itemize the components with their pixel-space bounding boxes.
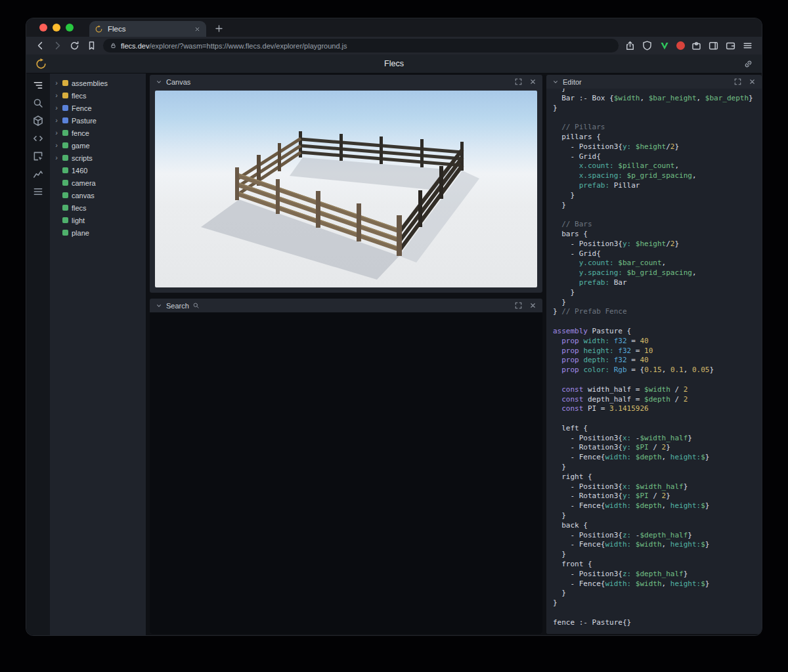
tree-item-label: 1460 bbox=[72, 167, 87, 175]
editor-close-icon[interactable] bbox=[748, 77, 756, 86]
tree-item-4-fence[interactable]: ›fence bbox=[50, 127, 146, 139]
code-line: prop width: f32 = 40 bbox=[553, 337, 755, 346]
wallet-button[interactable] bbox=[725, 40, 736, 51]
code-line: } bbox=[553, 550, 755, 560]
inspector-icon[interactable] bbox=[32, 150, 44, 162]
code-line: back { bbox=[553, 521, 755, 531]
tree-item-3-Pasture[interactable]: ›Pasture bbox=[50, 114, 146, 127]
tree-item-label: flecs bbox=[72, 92, 87, 100]
code-line: } bbox=[553, 298, 755, 308]
tree-item-2-Fence[interactable]: ›Fence bbox=[50, 102, 146, 114]
tree-item-0-assemblies[interactable]: ›assemblies bbox=[50, 77, 146, 89]
code-line: - Position3{z: $depth_half} bbox=[553, 570, 755, 579]
tree-item-label: fence bbox=[72, 129, 89, 137]
tree-expand-icon[interactable]: › bbox=[54, 104, 59, 112]
tree-item-label: canvas bbox=[72, 192, 95, 200]
tree-item-11-light[interactable]: light bbox=[50, 214, 146, 226]
code-line: } bbox=[553, 201, 755, 211]
code-line: - Position3{x: $width_half} bbox=[553, 482, 755, 492]
menu-button[interactable] bbox=[742, 40, 753, 51]
code-line: } bbox=[553, 598, 755, 608]
entity-kind-swatch bbox=[62, 180, 68, 186]
code-line: y.spacing: $b_grid_spacing, bbox=[553, 268, 755, 278]
tree-item-12-plane[interactable]: plane bbox=[50, 226, 146, 239]
search-collapse-icon[interactable] bbox=[155, 302, 163, 310]
tree-expand-icon[interactable]: › bbox=[54, 92, 59, 99]
code-line bbox=[553, 608, 755, 618]
code-editor[interactable]: } Bar :- Box {$width, $bar_height, $bar_… bbox=[546, 89, 762, 628]
tree-expand-icon[interactable]: › bbox=[54, 117, 59, 124]
new-tab-button[interactable] bbox=[214, 24, 224, 33]
tree-expand-icon[interactable]: › bbox=[54, 79, 59, 87]
tab-title: Flecs bbox=[108, 25, 189, 33]
entity-kind-swatch bbox=[62, 155, 68, 161]
entity-kind-swatch bbox=[62, 192, 68, 198]
tree-item-10-flecs[interactable]: flecs bbox=[50, 201, 146, 214]
url-text: flecs.dev/explorer/?wasm=https://www.fle… bbox=[121, 42, 347, 50]
editor-panel-header: Editor bbox=[546, 75, 762, 89]
entity-tree: ›assemblies›flecs›Fence›Pasture›fence›ga… bbox=[50, 74, 146, 635]
code-line: - Position3{y: $height/2} bbox=[553, 142, 755, 152]
code-line: - Fence{width: $depth, height:$} bbox=[553, 501, 755, 511]
tree-item-8-camera[interactable]: camera bbox=[50, 177, 146, 189]
commands-icon[interactable] bbox=[32, 186, 44, 198]
code-line: prefab: Pillar bbox=[553, 181, 755, 191]
tree-expand-icon[interactable]: › bbox=[54, 129, 59, 136]
tree-item-5-game[interactable]: ›game bbox=[50, 139, 146, 152]
entity-kind-swatch bbox=[62, 167, 68, 173]
code-line: Bar :- Box {$width, $bar_height, $bar_de… bbox=[553, 94, 755, 104]
tree-view-icon[interactable] bbox=[32, 79, 44, 91]
tree-expand-icon[interactable]: › bbox=[54, 154, 59, 161]
activity-bar bbox=[26, 74, 50, 635]
editor-collapse-icon[interactable] bbox=[552, 78, 559, 86]
back-button[interactable] bbox=[35, 40, 46, 51]
canvas-close-icon[interactable] bbox=[529, 77, 537, 86]
canvas-fullscreen-icon[interactable] bbox=[514, 77, 523, 86]
tree-item-9-canvas[interactable]: canvas bbox=[50, 189, 146, 201]
minimize-window-button[interactable] bbox=[53, 24, 60, 32]
sidebar-toggle-button[interactable] bbox=[708, 40, 719, 51]
tree-item-6-scripts[interactable]: ›scripts bbox=[50, 152, 146, 164]
script-editor-icon[interactable] bbox=[32, 133, 44, 144]
entities-view-icon[interactable] bbox=[32, 115, 44, 127]
shields-button[interactable] bbox=[642, 40, 653, 51]
address-bar[interactable]: flecs.dev/explorer/?wasm=https://www.fle… bbox=[103, 39, 619, 52]
extension-v-icon[interactable] bbox=[659, 40, 670, 52]
editor-fullscreen-icon[interactable] bbox=[733, 77, 742, 86]
3d-viewport[interactable] bbox=[155, 91, 537, 287]
lock-icon[interactable] bbox=[110, 42, 117, 49]
code-line: } bbox=[553, 104, 755, 114]
canvas-collapse-icon[interactable] bbox=[155, 78, 163, 86]
search-close-icon[interactable] bbox=[529, 301, 537, 310]
url-domain: flecs.dev bbox=[121, 42, 149, 50]
code-line bbox=[553, 210, 755, 220]
editor-panel-title: Editor bbox=[563, 78, 582, 86]
search-fullscreen-icon[interactable] bbox=[514, 301, 523, 310]
statistics-icon[interactable] bbox=[32, 168, 44, 180]
code-line: } bbox=[553, 511, 755, 521]
query-search-icon[interactable] bbox=[32, 97, 44, 109]
maximize-window-button[interactable] bbox=[66, 24, 74, 32]
canvas-panel: Canvas bbox=[150, 75, 542, 293]
bookmark-icon[interactable] bbox=[86, 40, 97, 51]
close-window-button[interactable] bbox=[39, 24, 47, 32]
browser-tab[interactable]: Flecs bbox=[89, 21, 206, 37]
editor-panel: Editor } Bar :- Box {$width, $bar_height… bbox=[546, 75, 762, 634]
editor-body: } Bar :- Box {$width, $bar_height, $bar_… bbox=[546, 89, 762, 634]
code-line: prefab: Bar bbox=[553, 278, 755, 288]
reload-button[interactable] bbox=[69, 40, 80, 51]
tree-item-1-flecs[interactable]: ›flecs bbox=[50, 89, 146, 102]
code-line: y.count: $bar_count, bbox=[553, 259, 755, 268]
tab-close-icon[interactable] bbox=[194, 26, 201, 33]
tree-item-label: light bbox=[72, 217, 85, 224]
extensions-button[interactable] bbox=[691, 40, 702, 51]
canvas-panel-header: Canvas bbox=[150, 75, 542, 89]
tree-expand-icon[interactable]: › bbox=[54, 142, 59, 149]
code-line: } bbox=[553, 89, 755, 94]
code-line bbox=[553, 317, 755, 327]
extension-red-icon[interactable] bbox=[676, 41, 685, 50]
code-line: - Position3{x: -$width_half} bbox=[553, 434, 755, 444]
forward-button[interactable] bbox=[52, 40, 63, 51]
share-button[interactable] bbox=[624, 40, 636, 51]
tree-item-7-1460[interactable]: 1460 bbox=[50, 164, 146, 177]
